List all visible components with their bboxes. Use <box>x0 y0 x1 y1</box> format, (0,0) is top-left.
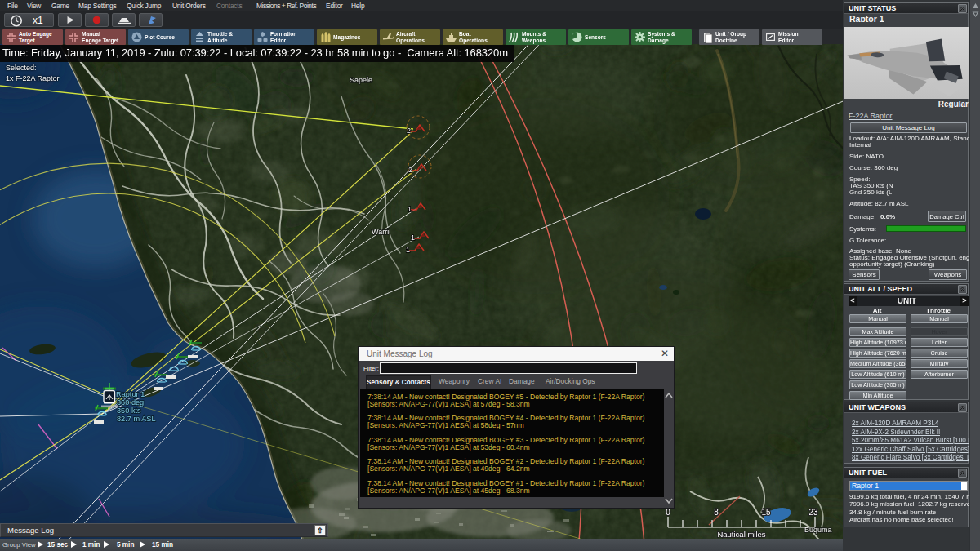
svg-text:82.7 m ASL: 82.7 m ASL <box>117 415 156 423</box>
svg-text:Warri: Warri <box>372 228 389 236</box>
svg-text:8: 8 <box>714 508 719 517</box>
svg-text:23: 23 <box>808 508 818 517</box>
svg-text:2: 2 <box>407 127 411 135</box>
svg-text:350 kts: 350 kts <box>117 407 141 415</box>
svg-text:15: 15 <box>761 508 771 517</box>
svg-text:Raptor 1: Raptor 1 <box>116 390 145 398</box>
svg-text:1: 1 <box>411 233 415 242</box>
svg-text:1: 1 <box>406 246 410 254</box>
svg-text:Nautical miles: Nautical miles <box>717 530 765 539</box>
svg-text:0: 0 <box>666 508 670 517</box>
svg-text:2: 2 <box>408 166 412 174</box>
svg-text:Sapele: Sapele <box>350 76 372 84</box>
svg-text:1: 1 <box>408 205 412 213</box>
svg-text:360 deg: 360 deg <box>117 398 144 407</box>
